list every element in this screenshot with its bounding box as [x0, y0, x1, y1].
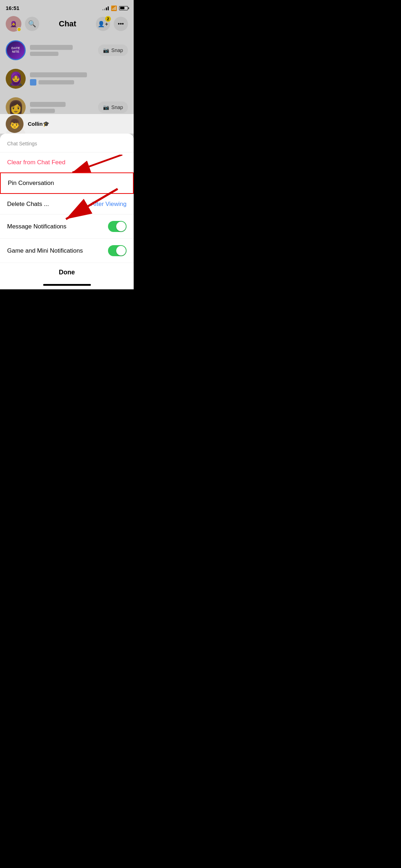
- message-notifications-toggle[interactable]: [108, 221, 127, 232]
- sheet-main: Chat Settings Clear from Chat Feed Pin C…: [0, 134, 134, 289]
- delete-chats-item[interactable]: Delete Chats ... After Viewing: [0, 194, 134, 214]
- home-bar: [43, 284, 91, 286]
- collin-name: Collin🎓: [28, 121, 50, 127]
- game-notifications-label: Game and Mini Notifications: [7, 247, 83, 254]
- toggle-thumb-2: [116, 246, 126, 255]
- toggle-thumb: [116, 222, 126, 231]
- clear-feed-label: Clear from Chat Feed: [7, 159, 65, 166]
- game-notifications-item[interactable]: Game and Mini Notifications: [0, 238, 134, 263]
- game-notifications-toggle[interactable]: [108, 245, 127, 256]
- screen-container: 16:51 📶 🧕: [0, 0, 134, 289]
- message-notifications-label: Message Notifications: [7, 223, 66, 230]
- done-button[interactable]: Done: [0, 263, 134, 282]
- collin-peek: 👦 Collin🎓: [0, 114, 134, 134]
- done-label: Done: [59, 269, 75, 276]
- sheet-title: Chat Settings: [0, 141, 134, 152]
- collin-avatar: 👦: [6, 115, 24, 133]
- pin-conversation-label: Pin Conversation: [8, 180, 54, 186]
- message-notifications-item[interactable]: Message Notifications: [0, 214, 134, 238]
- clear-feed-item[interactable]: Clear from Chat Feed: [0, 152, 134, 172]
- delete-chats-label: Delete Chats ...: [7, 201, 49, 208]
- pin-conversation-item[interactable]: Pin Conversation: [0, 172, 134, 194]
- delete-chats-value: After Viewing: [91, 201, 127, 208]
- bottom-sheet: 👦 Collin🎓 Chat Settings Clear from Chat …: [0, 114, 134, 289]
- home-indicator: [0, 282, 134, 289]
